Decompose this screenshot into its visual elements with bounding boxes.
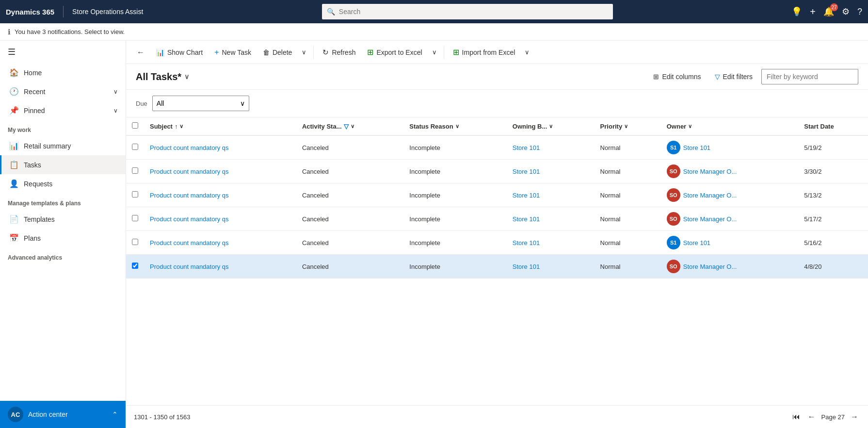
store-link-1[interactable]: Store 101 xyxy=(513,168,540,175)
help-icon[interactable]: ? xyxy=(857,7,862,17)
row-checkbox-0[interactable] xyxy=(132,144,138,150)
status-sort-icon: ∨ xyxy=(455,123,459,130)
search-input[interactable] xyxy=(339,8,608,16)
owner-link-2[interactable]: Store Manager O... xyxy=(683,192,737,199)
sidebar-item-pinned[interactable]: 📌 Pinned ∨ xyxy=(0,101,126,120)
refresh-button[interactable]: ↻ Refresh xyxy=(318,45,360,60)
import-dropdown-button[interactable]: ∨ xyxy=(522,46,532,59)
store-link-2[interactable]: Store 101 xyxy=(513,192,540,199)
task-link-0[interactable]: Product count mandatory qs xyxy=(150,144,229,151)
delete-dropdown-button[interactable]: ∨ xyxy=(299,46,309,59)
edit-columns-button[interactable]: ⊞ Edit columns xyxy=(648,70,706,83)
export-dropdown-button[interactable]: ∨ xyxy=(429,46,440,59)
store-link-3[interactable]: Store 101 xyxy=(513,215,540,223)
notification-bar[interactable]: ℹ You have 3 notifications. Select to vi… xyxy=(0,23,868,41)
task-link-1[interactable]: Product count mandatory qs xyxy=(150,168,229,175)
sidebar-item-requests[interactable]: 👤 Requests xyxy=(0,174,126,193)
import-label: Import from Excel xyxy=(462,49,515,56)
show-chart-button[interactable]: 📊 Show Chart xyxy=(151,46,208,59)
row-checkbox-5[interactable] xyxy=(132,263,138,269)
row-status-cell: Incomplete xyxy=(403,135,506,160)
nav-divider xyxy=(63,6,64,17)
row-priority-cell: Normal xyxy=(595,231,661,255)
next-page-button[interactable]: → xyxy=(849,411,860,423)
col-owner[interactable]: Owner ∨ xyxy=(661,117,799,135)
sidebar-item-retail-summary[interactable]: 📊 Retail summary xyxy=(0,136,126,155)
action-center-label: Action center xyxy=(28,411,68,418)
pinned-icon: 📌 xyxy=(9,106,19,115)
table-row: Product count mandatory qs Canceled Inco… xyxy=(126,160,868,183)
edit-filters-label: Edit filters xyxy=(723,73,753,81)
col-activity-status[interactable]: Activity Sta... ▽ ∨ xyxy=(296,117,403,135)
due-select[interactable]: All ∨ xyxy=(152,96,249,111)
priority-sort-icon: ∨ xyxy=(624,123,628,130)
settings-icon[interactable]: ⚙ xyxy=(842,6,850,17)
add-icon[interactable]: + xyxy=(810,6,816,17)
row-checkbox-3[interactable] xyxy=(132,215,138,221)
row-checkbox-4[interactable] xyxy=(132,239,138,245)
task-link-5[interactable]: Product count mandatory qs xyxy=(150,263,229,270)
owner-link-0[interactable]: Store 101 xyxy=(683,144,710,151)
hamburger-menu[interactable]: ☰ xyxy=(0,41,126,63)
sidebar-plans-label: Plans xyxy=(24,234,41,242)
refresh-label: Refresh xyxy=(332,49,355,56)
chart-icon: 📊 xyxy=(156,49,164,56)
owner-link-1[interactable]: Store Manager O... xyxy=(683,168,737,175)
list-header: All Tasks* ∨ ⊞ Edit columns ▽ Edit filte… xyxy=(126,64,868,90)
import-button[interactable]: ⊞ Import from Excel xyxy=(448,45,520,60)
requests-icon: 👤 xyxy=(9,179,19,188)
col-status-reason[interactable]: Status Reason ∨ xyxy=(403,117,506,135)
page-label: Page 27 xyxy=(821,413,845,421)
action-center-bar[interactable]: AC Action center ⌃ xyxy=(0,401,126,428)
row-date-cell: 5/19/2 xyxy=(798,135,868,160)
select-all-checkbox[interactable] xyxy=(132,122,138,129)
toolbar-divider-1 xyxy=(313,46,314,59)
store-link-5[interactable]: Store 101 xyxy=(513,263,540,270)
row-checkbox-1[interactable] xyxy=(132,167,138,174)
notifications-icon[interactable]: 🔔 27 xyxy=(823,6,834,17)
lightbulb-icon[interactable]: 💡 xyxy=(791,6,802,17)
sidebar-item-home[interactable]: 🏠 Home xyxy=(0,63,126,82)
select-all-header xyxy=(126,117,144,135)
row-date-cell: 4/8/20 xyxy=(798,255,868,279)
edit-columns-label: Edit columns xyxy=(662,73,701,81)
store-link-0[interactable]: Store 101 xyxy=(513,144,540,151)
sidebar-item-plans[interactable]: 📅 Plans xyxy=(0,229,126,247)
back-button[interactable]: ← xyxy=(132,45,149,60)
task-link-3[interactable]: Product count mandatory qs xyxy=(150,215,229,223)
owner-avatar-4: S1 xyxy=(667,236,680,249)
col-priority[interactable]: Priority ∨ xyxy=(595,117,661,135)
content-area: ← 📊 Show Chart + New Task 🗑 Delete ∨ ↻ R… xyxy=(126,41,868,428)
list-title-chevron-icon[interactable]: ∨ xyxy=(184,73,189,81)
keyword-filter-input[interactable] xyxy=(761,69,858,84)
prev-page-button[interactable]: ← xyxy=(806,411,818,423)
table-row: Product count mandatory qs Canceled Inco… xyxy=(126,255,868,279)
delete-button[interactable]: 🗑 Delete xyxy=(258,46,297,59)
task-link-2[interactable]: Product count mandatory qs xyxy=(150,192,229,199)
owner-link-4[interactable]: Store 101 xyxy=(683,239,710,247)
task-link-4[interactable]: Product count mandatory qs xyxy=(150,239,229,247)
col-start-date[interactable]: Start Date xyxy=(798,117,868,135)
row-activity-cell: Canceled xyxy=(296,135,403,160)
owner-link-5[interactable]: Store Manager O... xyxy=(683,263,737,270)
row-priority-cell: Normal xyxy=(595,255,661,279)
col-subject[interactable]: Subject ↑ ∨ xyxy=(144,117,296,135)
new-task-button[interactable]: + New Task xyxy=(209,45,256,60)
sidebar-item-tasks[interactable]: 📋 Tasks xyxy=(0,155,126,174)
row-status-cell: Incomplete xyxy=(403,207,506,231)
col-owning-b[interactable]: Owning B... ∨ xyxy=(507,117,595,135)
tasks-table-container: Subject ↑ ∨ Activity Sta... ▽ ∨ xyxy=(126,117,868,405)
edit-filters-button[interactable]: ▽ Edit filters xyxy=(710,70,757,83)
row-checkbox-2[interactable] xyxy=(132,191,138,198)
search-box[interactable]: 🔍 xyxy=(322,4,613,19)
sidebar-item-templates[interactable]: 📄 Templates xyxy=(0,210,126,229)
table-row: Product count mandatory qs Canceled Inco… xyxy=(126,231,868,255)
first-page-button[interactable]: ⏮ xyxy=(790,411,802,423)
store-link-4[interactable]: Store 101 xyxy=(513,239,540,247)
owner-avatar-1: SO xyxy=(667,165,680,178)
row-checkbox-cell xyxy=(126,207,144,231)
export-button[interactable]: ⊞ Export to Excel xyxy=(362,45,427,60)
row-subject-cell: Product count mandatory qs xyxy=(144,183,296,207)
sidebar-item-recent[interactable]: 🕐 Recent ∨ xyxy=(0,82,126,101)
owner-link-3[interactable]: Store Manager O... xyxy=(683,215,737,223)
